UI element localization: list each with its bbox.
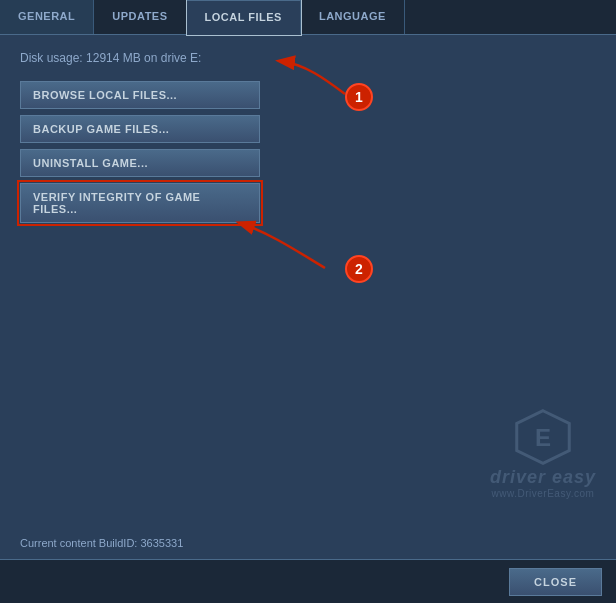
tab-local-files[interactable]: LOCAL FILES (187, 0, 301, 35)
browse-local-files-button[interactable]: BROWSE LOCAL FILES... (20, 81, 260, 109)
tab-general[interactable]: GENERAL (0, 0, 94, 34)
backup-game-files-button[interactable]: BACKUP GAME FILES... (20, 115, 260, 143)
annotation-badge-2: 2 (345, 255, 373, 283)
tab-bar: GENERAL UPDATES LOCAL FILES LANGUAGE (0, 0, 616, 35)
main-window: GENERAL UPDATES LOCAL FILES LANGUAGE Dis… (0, 0, 616, 603)
watermark-logo-icon: E (513, 407, 573, 467)
watermark-brand: driver easy (490, 467, 596, 488)
watermark-url: www.DriverEasy.com (492, 488, 595, 499)
uninstall-game-button[interactable]: UNINSTALL GAME... (20, 149, 260, 177)
disk-usage-label: Disk usage: 12914 MB on drive E: (20, 51, 596, 65)
tab-updates[interactable]: UPDATES (94, 0, 186, 34)
verify-integrity-button[interactable]: VERIFY INTEGRITY OF GAME FILES... (20, 183, 260, 223)
footer: CLOSE (0, 559, 616, 603)
watermark: E driver easy www.DriverEasy.com (490, 407, 596, 499)
build-info-label: Current content BuildID: 3635331 (20, 537, 183, 549)
tab-language[interactable]: LANGUAGE (301, 0, 405, 34)
annotation-badge-1: 1 (345, 83, 373, 111)
svg-text:E: E (535, 424, 551, 451)
action-buttons: BROWSE LOCAL FILES... BACKUP GAME FILES.… (20, 81, 260, 223)
content-area: Disk usage: 12914 MB on drive E: BROWSE … (0, 35, 616, 559)
close-button[interactable]: CLOSE (509, 568, 602, 596)
